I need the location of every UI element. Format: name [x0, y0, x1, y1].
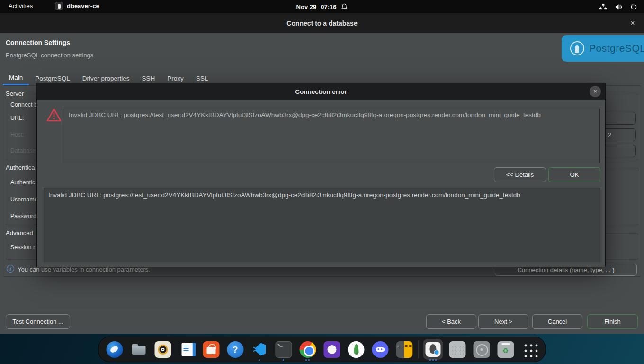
system-tray[interactable]: [599, 0, 637, 13]
mongodb-compass-icon: [348, 341, 364, 358]
host-label: Host:: [10, 131, 24, 138]
top-bar: Activities dbeaver-ce Nov 29 07:16: [0, 0, 644, 13]
clock-menu[interactable]: Nov 29 07:16: [296, 0, 348, 13]
port-value: 2: [608, 132, 611, 138]
url-label: URL:: [10, 115, 24, 121]
dbeaver-app-icon: [55, 2, 63, 10]
window-title: Connect to a database: [286, 19, 357, 27]
calculator-icon: + −= =: [396, 341, 412, 358]
finish-button[interactable]: Finish: [587, 314, 638, 329]
advanced-group-label: Advanced: [6, 229, 36, 237]
error-details-area[interactable]: Invalid JDBC URL: postgres://test_user:d…: [44, 188, 600, 262]
variables-hint: You can use variables in connection para…: [18, 266, 150, 273]
username-label: Username: [10, 196, 38, 203]
calculator-plus-minus: + −: [396, 341, 404, 358]
activities-button[interactable]: Activities: [9, 2, 33, 9]
dock-item-calculator[interactable]: + −= =: [394, 337, 414, 361]
dock-item-trash[interactable]: ♻: [496, 337, 516, 361]
running-indicator: [429, 359, 437, 361]
running-indicator: [305, 359, 310, 361]
window-titlebar[interactable]: Connect to a database ×: [0, 13, 644, 33]
libreoffice-writer-icon: [179, 341, 195, 358]
vscode-icon: [251, 341, 268, 358]
power-icon: [630, 3, 637, 10]
discord-face: [376, 347, 385, 352]
rhythmbox-icon: [154, 341, 171, 358]
disks-icon: [473, 341, 490, 358]
chrome-icon: [299, 341, 316, 358]
connect-by-label: Connect b: [10, 101, 37, 108]
terminal-icon: >_: [275, 341, 292, 358]
dock-item-github[interactable]: [322, 337, 342, 361]
thunderbird-icon: [106, 341, 123, 358]
server-group-label: Server: [6, 90, 26, 97]
date-label: Nov 29: [296, 3, 317, 10]
dock-item-dbeaver[interactable]: [423, 337, 443, 361]
authentication-group-label: Authentica: [6, 164, 37, 171]
dock-item-disks[interactable]: [472, 337, 492, 361]
info-icon: i: [7, 265, 14, 273]
dock-item-thunderbird[interactable]: [105, 337, 125, 361]
details-toggle-button[interactable]: << Details: [494, 167, 546, 182]
github-desktop-icon: [323, 341, 340, 358]
dock-item-app-list[interactable]: ·· ···· ···· ··: [447, 337, 467, 361]
dock-item-discord[interactable]: [370, 337, 390, 361]
files-icon: [130, 341, 147, 358]
postgresql-elephant-icon: [570, 41, 584, 55]
password-label: Password: [10, 213, 36, 219]
dock-item-terminal[interactable]: >_: [274, 337, 294, 361]
error-dialog-close-button[interactable]: ×: [590, 86, 601, 97]
authentication-label: Authentic: [10, 179, 35, 186]
running-indicator: [259, 359, 260, 361]
connection-error-dialog: Connection error × Invalid JDBC URL: pos…: [37, 83, 605, 267]
dock-item-software[interactable]: [201, 337, 221, 361]
postgresql-logo-text: PostgreSQL: [589, 43, 644, 54]
calculator-equals: = =: [404, 341, 413, 358]
page-subtitle: PostgreSQL connection settings: [6, 52, 93, 59]
page-title: Connection Settings: [6, 39, 70, 46]
dock-item-rhythmbox[interactable]: [153, 337, 173, 361]
desktop-background: ? >_ + −= = ·· ···· ···· ·· ♻: [0, 334, 644, 364]
dock-separator: [419, 340, 419, 358]
discord-icon: [372, 341, 388, 358]
back-button[interactable]: < Back: [426, 314, 476, 329]
dock-item-show-apps[interactable]: [520, 337, 540, 361]
trash-icon: ♻: [497, 341, 514, 358]
show-applications-icon: [522, 342, 537, 357]
app-menu-label: dbeaver-ce: [67, 2, 99, 9]
network-icon: [599, 3, 607, 10]
dock-item-help[interactable]: ?: [225, 337, 245, 361]
cancel-button[interactable]: Cancel: [532, 314, 582, 329]
ok-button[interactable]: OK: [548, 167, 600, 182]
wizard-header: Connection Settings PostgreSQL connectio…: [0, 33, 644, 66]
dock-item-writer[interactable]: [177, 337, 197, 361]
database-label: Database: [10, 147, 36, 154]
dbeaver-icon: [426, 342, 441, 357]
postgresql-logo: PostgreSQL: [562, 35, 644, 62]
screen: Activities dbeaver-ce Nov 29 07:16 Conne…: [0, 0, 644, 364]
dock-item-chrome[interactable]: [298, 337, 318, 361]
active-app-highlight: [423, 339, 443, 360]
ubuntu-software-icon: [203, 341, 219, 358]
app-list-icon: ·· ···· ···· ··: [449, 341, 465, 358]
dock-item-mongodb[interactable]: [346, 337, 366, 361]
warning-icon: [46, 108, 62, 123]
error-dialog-titlebar[interactable]: Connection error ×: [37, 83, 605, 100]
tab-main[interactable]: Main: [3, 71, 29, 85]
session-role-label: Session r: [10, 244, 35, 251]
dock-item-files[interactable]: [129, 337, 149, 361]
bell-icon: [340, 3, 348, 10]
dock-item-vscode[interactable]: [250, 337, 269, 361]
window-close-button[interactable]: ×: [628, 18, 637, 28]
error-message-box: Invalid JDBC URL: postgres://test_user:d…: [64, 109, 600, 163]
dock: ? >_ + −= = ·· ···· ···· ·· ♻: [98, 337, 546, 362]
next-button[interactable]: Next >: [478, 314, 528, 329]
volume-icon: [615, 3, 623, 10]
help-icon: ?: [227, 341, 243, 358]
app-menu[interactable]: dbeaver-ce: [55, 2, 99, 10]
running-indicator: [283, 359, 284, 361]
test-connection-button[interactable]: Test Connection ...: [6, 314, 70, 329]
time-label: 07:16: [321, 3, 336, 10]
error-dialog-title: Connection error: [295, 88, 347, 95]
